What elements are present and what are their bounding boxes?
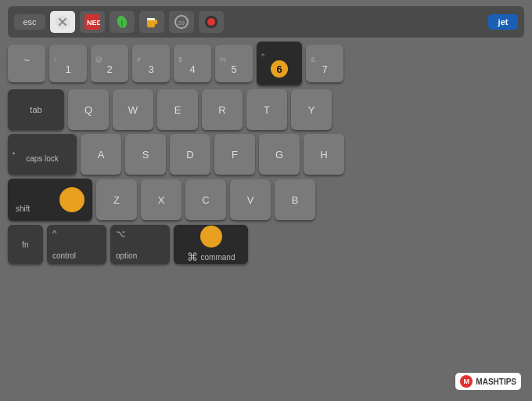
svg-point-13 (207, 18, 215, 26)
bottom-row: fn ^ control ⌥ option ⌘ command (8, 225, 524, 264)
orange-highlight-6: 6 (271, 60, 288, 78)
app-tb-icon-2[interactable]: NED (80, 11, 105, 33)
svg-text:NED: NED (87, 19, 100, 27)
key-1[interactable]: ! 1 (49, 45, 87, 82)
mashtips-m-icon: M (460, 375, 473, 388)
orange-highlight-command (200, 226, 222, 247)
keyboard-wrapper: esc NED (0, 0, 532, 401)
caps-lock-key[interactable]: • caps lock (8, 134, 77, 175)
key-z[interactable]: Z (96, 179, 137, 220)
mashtips-text: MASHTIPS (476, 378, 516, 386)
svg-rect-8 (155, 20, 157, 24)
touch-bar: esc NED (8, 6, 524, 38)
tab-key[interactable]: tab (8, 89, 64, 130)
key-y[interactable]: Y (291, 89, 332, 130)
key-q[interactable]: Q (68, 89, 109, 130)
control-key[interactable]: ^ control (47, 225, 106, 264)
key-f[interactable]: F (214, 134, 255, 175)
key-6[interactable]: ^ 6 (257, 42, 302, 85)
fn-key[interactable]: fn (8, 225, 43, 264)
key-g[interactable]: G (259, 134, 300, 175)
jet-tb-button[interactable]: jet (488, 14, 518, 30)
svg-rect-9 (147, 18, 155, 20)
key-b[interactable]: B (275, 179, 315, 220)
key-s[interactable]: S (125, 134, 166, 175)
leaf-tb-icon[interactable] (110, 11, 135, 33)
key-r[interactable]: R (202, 89, 243, 130)
key-5[interactable]: % 5 (215, 45, 253, 82)
shift-row: shift Z X C V B (8, 179, 524, 221)
key-2[interactable]: @ 2 (91, 45, 128, 82)
record-tb-icon[interactable] (199, 11, 224, 33)
key-7[interactable]: & 7 (306, 45, 343, 82)
command-key[interactable]: ⌘ command (174, 225, 248, 264)
key-4[interactable]: $ 4 (174, 45, 211, 82)
circle-tb-icon[interactable]: 29 (169, 11, 194, 33)
esc-key[interactable]: esc (14, 14, 45, 30)
key-h[interactable]: H (304, 134, 344, 175)
key-t[interactable]: T (246, 89, 287, 130)
key-d[interactable]: D (170, 134, 210, 175)
svg-text:29: 29 (178, 20, 185, 27)
key-e[interactable]: E (157, 89, 198, 130)
option-key[interactable]: ⌥ option (110, 225, 170, 264)
key-tilde[interactable]: ~ ` (8, 45, 45, 82)
key-x[interactable]: X (141, 179, 182, 220)
asdf-row: • caps lock A S D F G H (8, 134, 524, 175)
key-v[interactable]: V (230, 179, 271, 220)
number-row: ~ ` ! 1 @ 2 # 3 $ 4 % 5 ^ 6 (8, 42, 524, 85)
key-w[interactable]: W (113, 89, 153, 130)
key-3[interactable]: # 3 (132, 45, 170, 82)
mashtips-badge: M MASHTIPS (455, 373, 521, 390)
qwerty-row: tab Q W E R T Y (8, 89, 524, 130)
close-tb-icon[interactable] (50, 11, 75, 33)
orange-highlight-shift (59, 187, 84, 212)
key-c[interactable]: C (185, 179, 226, 220)
beer-tb-icon[interactable] (139, 11, 164, 33)
shift-key[interactable]: shift (8, 179, 92, 221)
key-a[interactable]: A (81, 134, 121, 175)
